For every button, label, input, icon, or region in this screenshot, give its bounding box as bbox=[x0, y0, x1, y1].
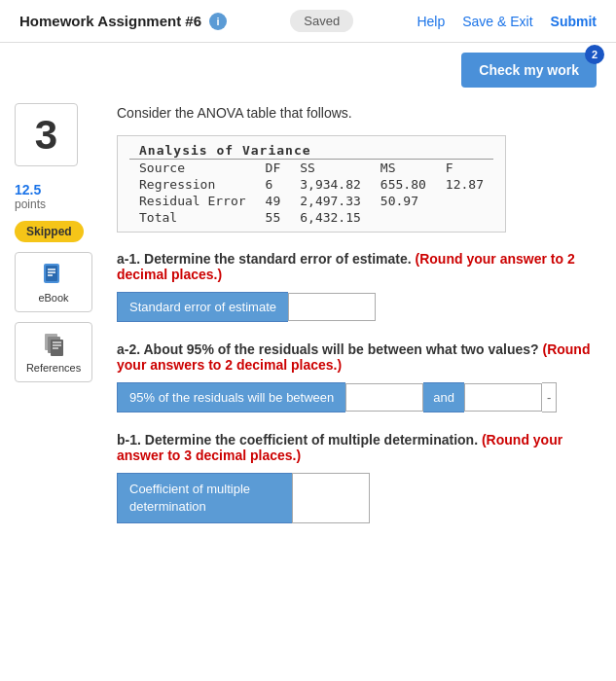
question-intro: Consider the ANOVA table that follows. bbox=[117, 103, 597, 124]
info-icon[interactable]: i bbox=[209, 13, 227, 30]
anova-row-regression: Regression 6 3,934.82 655.80 12.87 bbox=[129, 176, 493, 193]
saved-badge: Saved bbox=[290, 10, 353, 32]
header-right: Help Save & Exit Submit bbox=[417, 14, 597, 29]
anova-table: Analysis of Variance Source DF SS MS F R… bbox=[117, 135, 506, 233]
anova-col-ss: SS bbox=[290, 160, 371, 177]
svg-rect-1 bbox=[46, 266, 57, 281]
content-area: Consider the ANOVA table that follows. A… bbox=[107, 93, 616, 562]
main-content: 3 12.5 points Skipped eBook bbox=[0, 93, 616, 562]
save-exit-link[interactable]: Save & Exit bbox=[462, 14, 532, 29]
anova-col-ms: MS bbox=[371, 160, 436, 177]
help-link[interactable]: Help bbox=[417, 14, 445, 29]
and-text: and bbox=[423, 382, 464, 412]
skipped-badge: Skipped bbox=[15, 221, 84, 242]
part-b1-text: Determine the coefficient of multiple de… bbox=[145, 432, 478, 448]
check-my-work-button[interactable]: Check my work 2 bbox=[461, 53, 597, 88]
ebook-icon bbox=[40, 261, 67, 288]
anova-row-total: Total 55 6,432.15 bbox=[129, 209, 493, 226]
std-error-input-row: Standard error of estimate bbox=[117, 292, 597, 322]
part-a2-label: a-2. About 95% of the residuals will be … bbox=[117, 341, 597, 373]
residuals-dash: - bbox=[542, 382, 557, 412]
part-b1-label: b-1. Determine the coefficient of multip… bbox=[117, 432, 597, 463]
coeff-label: Coefficient of multiple determination bbox=[117, 473, 292, 523]
ebook-label: eBook bbox=[38, 292, 68, 304]
residuals-input-row: 95% of the residuals will be between and… bbox=[117, 382, 597, 412]
part-a1-text: Determine the standard error of estimate… bbox=[144, 251, 412, 267]
points-label: points bbox=[15, 197, 46, 211]
anova-col-f: F bbox=[436, 160, 493, 177]
points-section: 12.5 points bbox=[15, 182, 46, 211]
std-error-input[interactable] bbox=[288, 293, 376, 321]
coeff-input[interactable] bbox=[292, 473, 370, 523]
anova-row-residual: Residual Error 49 2,497.33 50.97 bbox=[129, 193, 493, 209]
residuals-label: 95% of the residuals will be between bbox=[117, 382, 345, 412]
check-work-badge: 2 bbox=[585, 45, 604, 64]
anova-col-source: Source bbox=[129, 160, 256, 177]
residuals-input-1[interactable] bbox=[345, 383, 423, 412]
part-a2-text: About 95% of the residuals will be betwe… bbox=[144, 341, 539, 357]
submit-button[interactable]: Submit bbox=[551, 14, 597, 29]
sidebar: 3 12.5 points Skipped eBook bbox=[0, 93, 107, 562]
part-b1-section: b-1. Determine the coefficient of multip… bbox=[117, 432, 597, 523]
part-a1-label: a-1. Determine the standard error of est… bbox=[117, 251, 597, 282]
references-icon bbox=[40, 331, 67, 358]
header-left: Homework Assignment #6 i bbox=[19, 13, 227, 30]
part-a1-section: a-1. Determine the standard error of est… bbox=[117, 251, 597, 322]
anova-col-df: DF bbox=[256, 160, 291, 177]
page-title: Homework Assignment #6 bbox=[19, 13, 201, 29]
std-error-label: Standard error of estimate bbox=[117, 292, 288, 322]
points-value: 12.5 bbox=[15, 182, 46, 197]
check-work-area: Check my work 2 bbox=[0, 43, 616, 93]
header: Homework Assignment #6 i Saved Help Save… bbox=[0, 0, 616, 43]
references-label: References bbox=[26, 362, 81, 374]
coeff-input-row: Coefficient of multiple determination bbox=[117, 473, 597, 523]
ebook-button[interactable]: eBook bbox=[15, 252, 92, 312]
part-a2-section: a-2. About 95% of the residuals will be … bbox=[117, 341, 597, 412]
anova-header-title: Analysis of Variance bbox=[129, 142, 493, 160]
question-number: 3 bbox=[15, 103, 78, 166]
residuals-input-2[interactable] bbox=[464, 383, 542, 412]
references-button[interactable]: References bbox=[15, 322, 92, 382]
